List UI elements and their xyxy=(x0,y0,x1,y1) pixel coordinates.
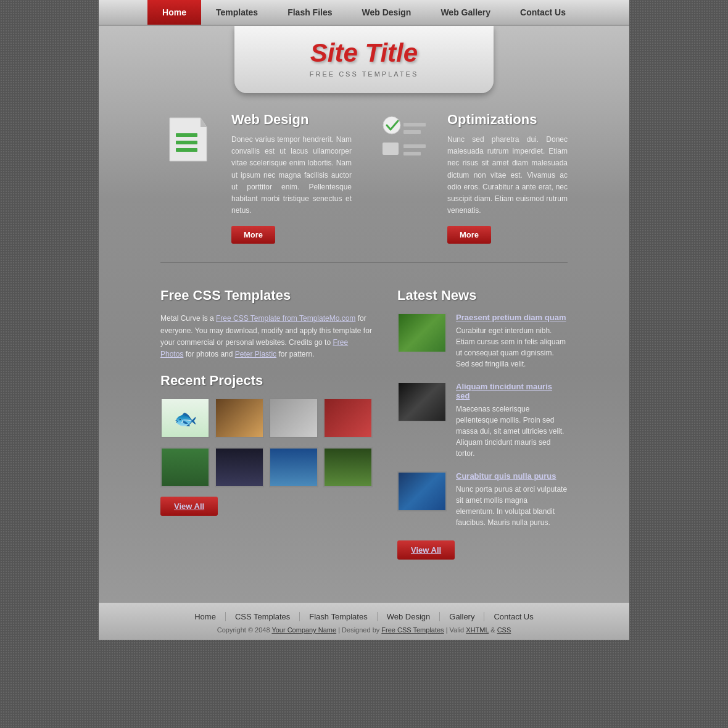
news-thumb-2 xyxy=(397,382,447,422)
footer-copyright-text: Copyright © 2048 xyxy=(217,626,272,634)
project-thumb-8[interactable] xyxy=(323,447,373,487)
free-css-title: Free CSS Templates xyxy=(160,287,373,304)
web-design-icon-wrapper xyxy=(160,112,222,244)
footer-link-contact[interactable]: Contact Us xyxy=(484,612,542,621)
optimizations-more-button[interactable]: More xyxy=(447,226,491,244)
lower-left-col: Free CSS Templates Metal Curve is a Free… xyxy=(160,287,373,560)
news-item-1: Praesent pretium diam quam Curabitur ege… xyxy=(397,313,568,370)
nav-home[interactable]: Home xyxy=(147,0,201,25)
nav-contact-us[interactable]: Contact Us xyxy=(505,0,581,25)
project-thumb-1[interactable] xyxy=(160,398,210,438)
svg-rect-8 xyxy=(383,143,399,155)
project-thumb-5[interactable] xyxy=(160,447,210,487)
footer-link-gallery[interactable]: Gallery xyxy=(440,612,484,621)
footer-link-flash-templates[interactable]: Flash Templates xyxy=(300,612,377,621)
news-item-2-title[interactable]: Aliquam tincidunt mauris sed xyxy=(456,382,568,400)
free-css-middle2: for photos and xyxy=(183,350,234,358)
nav-web-gallery[interactable]: Web Gallery xyxy=(426,0,505,25)
free-css-body: Metal Curve is a Free CSS Template from … xyxy=(160,313,373,360)
web-design-title: Web Design xyxy=(231,112,352,128)
svg-point-5 xyxy=(383,117,400,134)
nav-templates[interactable]: Templates xyxy=(201,0,273,25)
svg-rect-2 xyxy=(176,133,197,137)
news-item-3-title[interactable]: Curabitur quis nulla purus xyxy=(456,471,568,481)
recent-projects-title: Recent Projects xyxy=(160,373,373,389)
web-design-text: Web Design Donec varius tempor hendrerit… xyxy=(231,112,352,244)
footer-xhtml-link[interactable]: XHTML xyxy=(466,626,489,634)
lower-content: Free CSS Templates Metal Curve is a Free… xyxy=(99,287,629,578)
footer-designed-link[interactable]: Free CSS Templates xyxy=(381,626,444,634)
free-css-end: for pattern. xyxy=(276,350,314,358)
top-content: Web Design Donec varius tempor hendrerit… xyxy=(99,93,629,287)
news-thumb-1 xyxy=(397,313,447,353)
optimizations-body: Nunc sed pharetra dui. Donec malesuada r… xyxy=(447,134,568,217)
project-grid-row1 xyxy=(160,398,373,438)
footer-links: Home CSS Templates Flash Templates Web D… xyxy=(99,612,629,621)
lower-right-col: Latest News Praesent pretium diam quam C… xyxy=(397,287,568,560)
svg-rect-9 xyxy=(403,144,426,148)
header-banner: Site Title FREE CSS TEMPLATES xyxy=(234,26,494,93)
svg-rect-4 xyxy=(176,148,197,152)
svg-rect-7 xyxy=(403,130,421,134)
svg-marker-1 xyxy=(201,118,207,127)
optimizations-section: Optimizations Nunc sed pharetra dui. Don… xyxy=(376,112,568,244)
news-item-2: Aliquam tincidunt mauris sed Maecenas sc… xyxy=(397,382,568,459)
footer-link-css-templates[interactable]: CSS Templates xyxy=(226,612,300,621)
project-grid-row2 xyxy=(160,447,373,487)
web-design-section: Web Design Donec varius tempor hendrerit… xyxy=(160,112,352,244)
web-design-body: Donec varius tempor hendrerit. Nam conva… xyxy=(231,134,352,217)
news-item-1-text: Praesent pretium diam quam Curabitur ege… xyxy=(456,313,568,370)
optimizations-title: Optimizations xyxy=(447,112,568,128)
web-design-more-button[interactable]: More xyxy=(231,226,275,244)
news-item-3-body: Nunc porta purus at orci vulputate sit a… xyxy=(456,484,568,528)
project-thumb-6[interactable] xyxy=(215,447,264,487)
free-css-intro: Metal Curve is a xyxy=(160,314,216,323)
optimizations-text: Optimizations Nunc sed pharetra dui. Don… xyxy=(447,112,568,244)
news-thumb-3 xyxy=(397,471,447,511)
site-title: Site Title xyxy=(259,38,469,68)
projects-view-all-button[interactable]: View All xyxy=(160,497,218,516)
footer-and: & xyxy=(489,626,497,634)
footer-link-home[interactable]: Home xyxy=(185,612,226,621)
free-css-link3[interactable]: Peter Plastic xyxy=(235,350,276,358)
nav-web-design[interactable]: Web Design xyxy=(347,0,426,25)
news-item-2-body: Maecenas scelerisque pellentesque mollis… xyxy=(456,403,568,459)
main-content-area: Site Title FREE CSS TEMPLATES xyxy=(99,26,629,603)
site-subtitle: FREE CSS TEMPLATES xyxy=(259,70,469,78)
project-thumb-3[interactable] xyxy=(269,398,318,438)
top-two-col: Web Design Donec varius tempor hendrerit… xyxy=(160,112,568,244)
project-thumb-7[interactable] xyxy=(269,447,318,487)
news-item-3: Curabitur quis nulla purus Nunc porta pu… xyxy=(397,471,568,528)
svg-rect-6 xyxy=(403,123,426,126)
footer-company-link[interactable]: Your Company Name xyxy=(271,626,336,634)
footer-designed-by: | Designed by xyxy=(336,626,381,634)
latest-news-title: Latest News xyxy=(397,287,568,304)
main-nav: Home Templates Flash Files Web Design We… xyxy=(99,0,629,26)
footer-link-web-design[interactable]: Web Design xyxy=(378,612,441,621)
footer-copyright: Copyright © 2048 Your Company Name | Des… xyxy=(99,626,629,634)
footer: Home CSS Templates Flash Templates Web D… xyxy=(99,603,629,640)
news-view-all-button[interactable]: View All xyxy=(397,540,455,560)
news-item-1-body: Curabitur eget interdum nibh. Etiam curs… xyxy=(456,325,568,370)
project-thumb-4[interactable] xyxy=(323,398,373,438)
svg-rect-10 xyxy=(403,152,421,155)
news-item-2-text: Aliquam tincidunt mauris sed Maecenas sc… xyxy=(456,382,568,459)
nav-flash-files[interactable]: Flash Files xyxy=(273,0,347,25)
free-css-link1[interactable]: Free CSS Template from TemplateMo.com xyxy=(216,314,355,323)
optimizations-icon xyxy=(376,112,432,167)
optimizations-icon-wrapper xyxy=(376,112,438,244)
section-divider xyxy=(160,262,568,263)
footer-valid-text: | Valid xyxy=(444,626,466,634)
web-design-icon xyxy=(160,112,216,167)
footer-css-link[interactable]: CSS xyxy=(497,626,511,634)
svg-rect-3 xyxy=(176,141,197,144)
news-item-3-text: Curabitur quis nulla purus Nunc porta pu… xyxy=(456,471,568,528)
project-thumb-2[interactable] xyxy=(215,398,264,438)
news-item-1-title[interactable]: Praesent pretium diam quam xyxy=(456,313,568,322)
